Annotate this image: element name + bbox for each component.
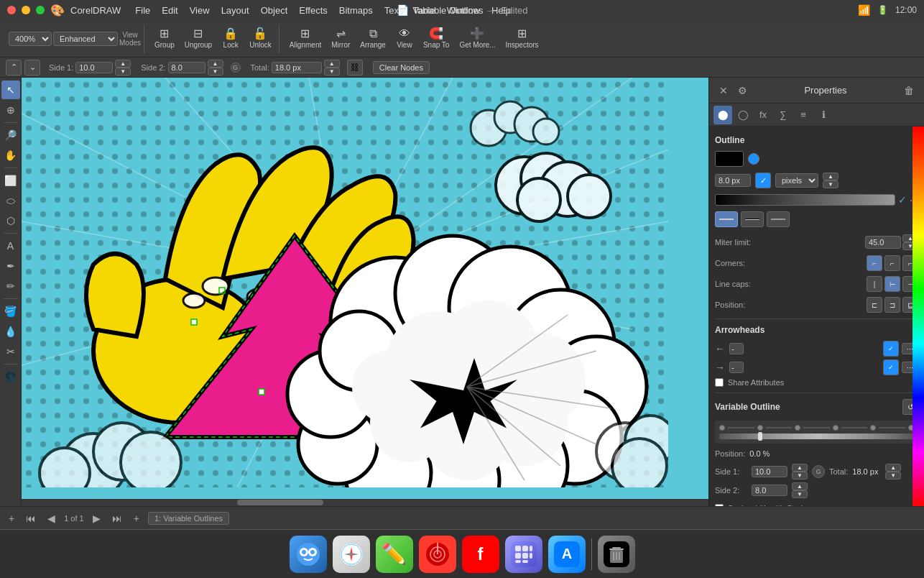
unit-select[interactable]: pixels mm inches [775, 173, 818, 188]
node-type-btn-2[interactable]: ⌄ [24, 60, 40, 75]
outline-color-swatch[interactable] [715, 151, 744, 167]
next-page-btn[interactable]: ▶ [90, 511, 103, 526]
side1-down[interactable]: ▼ [115, 68, 131, 75]
rect-tool[interactable]: ⬜ [1, 171, 20, 190]
slider-dot-2[interactable] [757, 425, 763, 431]
menu-view[interactable]: View [190, 5, 210, 16]
arrange-button[interactable]: ⧉ Arrange [356, 26, 390, 52]
dock-launchpad[interactable] [505, 536, 542, 573]
info-tab[interactable]: ℹ [814, 106, 833, 124]
unlock-button[interactable]: 🔓 Unlock [245, 26, 276, 52]
cap-btn-1[interactable]: | [867, 276, 882, 292]
inspectors-button[interactable]: ⊞ Inspectors [501, 26, 542, 52]
dock-finder[interactable] [290, 536, 327, 573]
arrow-start-select[interactable]: - [729, 343, 744, 354]
menu-edit[interactable]: Edit [162, 5, 177, 16]
line-style-1[interactable] [715, 211, 738, 227]
menu-effects[interactable]: Effects [299, 5, 328, 16]
share-checkbox[interactable] [715, 378, 724, 387]
pos-btn-2[interactable]: ⊐ [884, 297, 900, 313]
last-page-btn[interactable]: ⏭ [109, 511, 125, 526]
pen-tool[interactable]: ✒ [1, 257, 20, 275]
side2-up[interactable]: ▲ [208, 60, 223, 68]
variable-slider-track[interactable] [719, 434, 914, 439]
slider-dot-4[interactable] [833, 425, 838, 431]
page-name-button[interactable]: 1: Variable Outlines [148, 512, 229, 525]
group-button[interactable]: ⊞ Group [150, 26, 179, 52]
mirror-button[interactable]: ⇌ Mirror [327, 26, 354, 52]
ellipse-tool[interactable]: ⬭ [1, 191, 20, 210]
arrow-check-1[interactable]: ✓ [883, 341, 899, 357]
dock-flipboard[interactable]: f [462, 536, 499, 573]
link-icon[interactable]: ⛓ [347, 60, 363, 75]
panel-gear-button[interactable]: ⚙ [735, 83, 750, 98]
prev-page-btn[interactable]: ◀ [45, 511, 58, 526]
stroke-tab[interactable]: ◯ [734, 106, 752, 124]
pos-btn-1[interactable]: ⊏ [867, 297, 882, 313]
menu-bitmaps[interactable]: Bitmaps [339, 5, 373, 16]
dock-trash[interactable] [598, 536, 635, 573]
total-prop-down[interactable]: ▼ [885, 472, 901, 480]
cap-btn-2[interactable]: ⊢ [884, 276, 900, 292]
shape-tool[interactable]: ⊕ [1, 101, 20, 119]
close-button[interactable] [7, 6, 16, 14]
lock-button[interactable]: 🔒 Lock [218, 26, 244, 52]
menu-object[interactable]: Object [261, 5, 288, 16]
corner-btn-2[interactable]: ⌐ [884, 255, 900, 271]
dock-radar[interactable] [419, 536, 456, 573]
clear-nodes-button[interactable]: Clear Nodes [373, 61, 430, 74]
polygon-tool[interactable]: ⬡ [1, 211, 20, 230]
side2-prop-input[interactable] [752, 485, 787, 496]
total-down[interactable]: ▼ [324, 68, 340, 75]
dropper-tool[interactable]: 💧 [1, 322, 20, 341]
shadow-tool[interactable]: 🌑 [1, 367, 20, 386]
get-more-button[interactable]: ➕ Get More... [455, 26, 499, 52]
panel-trash-button[interactable]: 🗑 [901, 83, 917, 98]
size-lock-btn[interactable]: ✓ [755, 173, 771, 188]
gradient-check[interactable]: ✓ [898, 194, 907, 206]
color-strip[interactable] [913, 127, 924, 506]
slider-handle[interactable] [758, 432, 762, 441]
side2-prop-up[interactable]: ▲ [792, 482, 808, 490]
side2-input[interactable] [168, 62, 205, 73]
freehand-tool[interactable]: ✏ [1, 277, 20, 295]
ungroup-button[interactable]: ⊟ Ungroup [180, 26, 216, 52]
h-scrollbar[interactable] [22, 499, 708, 506]
summary-tab[interactable]: ≡ [794, 106, 813, 124]
g-icon[interactable]: G [231, 63, 241, 73]
text-tool[interactable]: A [1, 237, 20, 255]
gradient-bar[interactable] [715, 194, 895, 206]
arrow-end-select[interactable]: - [729, 362, 744, 373]
minimize-button[interactable] [22, 6, 30, 14]
zoom-tool[interactable]: 🔎 [1, 126, 20, 144]
arrow-check-2[interactable]: ✓ [883, 359, 899, 375]
panel-close-button[interactable]: ✕ [716, 83, 731, 98]
total-prop-up[interactable]: ▲ [885, 464, 901, 472]
outline-color-circle[interactable] [748, 153, 759, 165]
side1-up[interactable]: ▲ [115, 60, 131, 68]
canvas-area[interactable] [22, 78, 708, 506]
fx-tab[interactable]: fx [754, 106, 772, 124]
side1-prop-input[interactable] [752, 466, 787, 477]
slider-dot-1[interactable] [719, 425, 725, 431]
view-button[interactable]: 👁 View [392, 26, 417, 52]
outline-size-input[interactable] [715, 174, 751, 187]
dock-pencil[interactable]: ✏️ [376, 536, 413, 573]
pan-tool[interactable]: ✋ [1, 146, 20, 165]
fill-tool[interactable]: 🪣 [1, 302, 20, 321]
unit-down[interactable]: ▼ [823, 180, 838, 188]
side1-input[interactable] [75, 62, 113, 73]
menu-layout[interactable]: Layout [221, 5, 249, 16]
fill-tab[interactable]: ⬤ [713, 106, 732, 124]
slider-dot-3[interactable] [795, 425, 800, 431]
eraser-tool[interactable]: ✂ [1, 342, 20, 361]
total-input[interactable] [272, 62, 322, 73]
side1-prop-up[interactable]: ▲ [792, 464, 808, 472]
properties-content[interactable]: Outline ✓ pixels mm inches ▲ ▼ [709, 127, 924, 506]
side1-prop-down[interactable]: ▼ [792, 472, 808, 480]
line-style-2[interactable] [741, 211, 764, 227]
side2-down[interactable]: ▼ [208, 68, 223, 75]
slider-dot-5[interactable] [870, 425, 876, 431]
first-page-btn[interactable]: ⏮ [23, 511, 39, 526]
snap-to-button[interactable]: 🧲 Snap To [419, 26, 454, 52]
